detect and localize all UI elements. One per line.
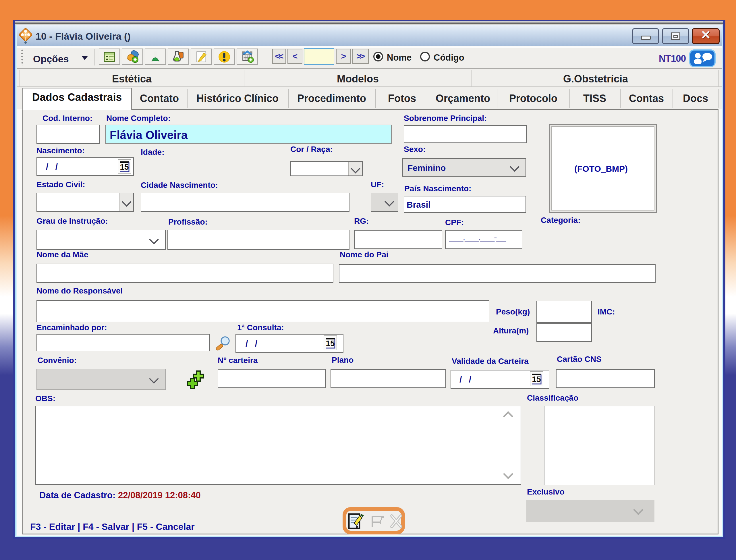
svg-text:15: 15 (326, 339, 335, 348)
svg-text:15: 15 (120, 163, 129, 171)
svg-text:15: 15 (532, 375, 541, 384)
